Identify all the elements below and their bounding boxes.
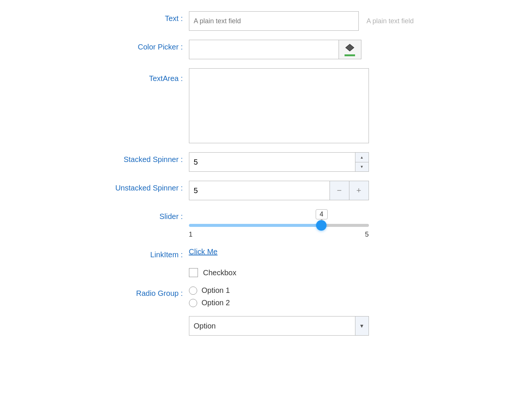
slider-label: Slider : xyxy=(61,209,189,221)
color-bar xyxy=(345,54,355,56)
diamond-svg xyxy=(345,43,355,54)
radio-label-1: Option 1 xyxy=(202,286,230,295)
stacked-up-button[interactable]: ▲ xyxy=(355,153,369,162)
link-item-link[interactable]: Click Me xyxy=(189,248,218,256)
select-row: Option : Option ▼ xyxy=(61,316,444,336)
checkbox-row: Checkbox xyxy=(61,268,444,277)
checkbox-label: Checkbox xyxy=(203,268,237,277)
radio-group-label: Radio Group : xyxy=(61,286,189,298)
slider-tooltip: 4 xyxy=(316,209,328,219)
textarea-control-wrap xyxy=(189,68,414,143)
text-row: Text : A plain text field xyxy=(61,11,444,31)
unstacked-spinner-row: Unstacked Spinner : − + xyxy=(61,181,444,200)
radio-group-row: Radio Group : Option 1 Option 2 xyxy=(61,286,444,307)
slider-input[interactable] xyxy=(189,224,369,227)
slider-tooltip-wrap: 4 xyxy=(189,209,369,219)
select-control-wrap: Option ▼ xyxy=(189,316,414,336)
select-value: Option xyxy=(189,319,355,333)
color-picker-input[interactable] xyxy=(189,40,339,59)
stacked-arrows: ▲ ▼ xyxy=(355,153,369,171)
form-container: Text : A plain text field Color Picker : xyxy=(46,0,459,356)
radio-option-2[interactable]: Option 2 xyxy=(189,298,230,307)
select-wrap[interactable]: Option ▼ xyxy=(189,316,369,336)
stacked-spinner-row: Stacked Spinner : ▲ ▼ xyxy=(61,152,444,172)
radio-option-1[interactable]: Option 1 xyxy=(189,286,230,295)
slider-min-label: 1 xyxy=(189,231,193,238)
unstacked-spinner-control-wrap: − + xyxy=(189,181,414,200)
checkbox-wrap: Checkbox xyxy=(189,268,237,277)
svg-marker-1 xyxy=(346,45,354,51)
link-item-control-wrap: Click Me xyxy=(189,248,414,256)
radio-label-2: Option 2 xyxy=(202,298,230,307)
text-input[interactable] xyxy=(189,11,359,31)
color-picker-control-wrap xyxy=(189,40,414,59)
color-picker-button[interactable] xyxy=(339,40,361,59)
textarea-input[interactable] xyxy=(189,68,369,143)
text-control-wrap: A plain text field xyxy=(189,11,414,31)
stacked-down-button[interactable]: ▼ xyxy=(355,162,369,172)
unstacked-plus-button[interactable]: + xyxy=(349,181,369,200)
text-placeholder-hint: A plain text field xyxy=(366,17,414,25)
unstacked-minus-button[interactable]: − xyxy=(330,181,349,200)
slider-row: Slider : 4 1 5 xyxy=(61,209,444,238)
select-label-spacer: Option : xyxy=(61,316,189,328)
link-item-label: LinkItem : xyxy=(61,248,189,259)
color-picker-row: Color Picker : xyxy=(61,40,444,59)
textarea-label: TextArea : xyxy=(61,68,189,83)
paint-bucket-icon xyxy=(345,43,355,56)
radio-options: Option 1 Option 2 xyxy=(189,286,230,307)
text-label: Text : xyxy=(61,11,189,23)
unstacked-spinner-wrap: − + xyxy=(189,181,369,200)
slider-max-label: 5 xyxy=(365,231,369,238)
select-arrow-icon: ▼ xyxy=(355,316,369,335)
slider-range-labels: 1 5 xyxy=(189,231,369,238)
color-picker-label: Color Picker : xyxy=(61,40,189,51)
stacked-spinner-label: Stacked Spinner : xyxy=(61,152,189,164)
radio-input-2[interactable] xyxy=(189,299,197,307)
textarea-row: TextArea : xyxy=(61,68,444,143)
radio-input-1[interactable] xyxy=(189,286,197,295)
stacked-spinner-input[interactable] xyxy=(189,153,355,171)
link-item-row: LinkItem : Click Me xyxy=(61,248,444,259)
unstacked-spinner-input[interactable] xyxy=(189,181,330,200)
stacked-spinner-control-wrap: ▲ ▼ xyxy=(189,152,414,172)
stacked-spinner-wrap: ▲ ▼ xyxy=(189,152,369,172)
checkbox-input[interactable] xyxy=(189,268,198,277)
slider-wrap: 4 1 5 xyxy=(189,209,369,238)
unstacked-spinner-label: Unstacked Spinner : xyxy=(61,181,189,192)
